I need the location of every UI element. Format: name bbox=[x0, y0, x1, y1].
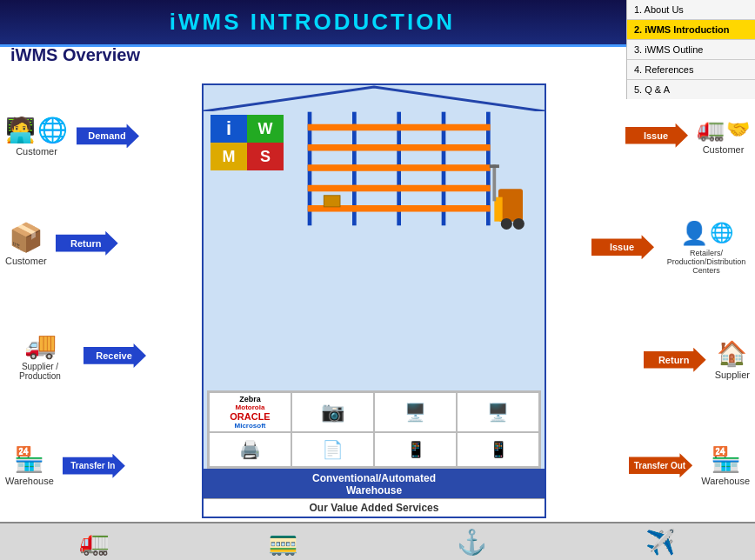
svg-rect-5 bbox=[308, 124, 357, 130]
nav-item-3[interactable]: 3. iWMS Outline bbox=[627, 40, 755, 60]
warehouse-label-right: Warehouse bbox=[701, 476, 750, 486]
svg-rect-7 bbox=[308, 164, 357, 170]
tech-cell-8: 📱 bbox=[458, 433, 538, 466]
left-row-receive: 🚚 Supplier / Production Receive bbox=[5, 330, 197, 381]
tech-cell-4: 🖥️ bbox=[458, 393, 538, 431]
svg-rect-10 bbox=[352, 124, 401, 130]
nav-item-5[interactable]: 5. Q & A bbox=[627, 80, 755, 99]
customer-label-1: Customer bbox=[16, 146, 57, 157]
customer-label-2: Customer bbox=[5, 256, 47, 266]
footer-icon-2: 🚃 bbox=[268, 528, 298, 557]
warehouse-label-center: Conventional/Automated Warehouse bbox=[204, 469, 545, 498]
transfer-out-arrow: Transfer Out bbox=[629, 453, 692, 477]
svg-rect-24 bbox=[442, 205, 491, 211]
footer-icon-4: ✈️ bbox=[645, 528, 676, 557]
svg-rect-18 bbox=[397, 185, 445, 191]
globe-icon-right: 🌐 bbox=[710, 222, 733, 244]
rack-visual bbox=[289, 115, 538, 237]
nav-item-2[interactable]: 2. iWMS Introduction bbox=[627, 20, 755, 40]
svg-rect-25 bbox=[324, 196, 340, 207]
nav-panel: 1. About Us 2. iWMS Introduction 3. iWMS… bbox=[626, 0, 755, 99]
svg-rect-17 bbox=[397, 164, 445, 170]
svg-rect-6 bbox=[308, 144, 357, 150]
tech-cell-1: Zebra Motorola ORACLE Microsoft bbox=[210, 393, 291, 431]
svg-rect-21 bbox=[442, 144, 491, 150]
nav-item-4[interactable]: 4. References bbox=[627, 60, 755, 80]
svg-rect-31 bbox=[490, 164, 499, 168]
main-layout: 🧑‍💻 🌐 Customer Demand 📦 Customer Return … bbox=[0, 80, 755, 522]
return-arrow-right: Return bbox=[644, 348, 706, 372]
box-icon-1: 📦 bbox=[9, 221, 43, 254]
truck-icon-right: 🚛 bbox=[697, 116, 725, 143]
house-icon-right: 🏠 bbox=[717, 339, 747, 368]
svg-rect-16 bbox=[397, 144, 445, 150]
issue-arrow-1: Issue bbox=[625, 123, 688, 148]
receive-arrow: Receive bbox=[84, 343, 146, 368]
right-row-issue2: Issue 👤 🌐 Retailers/ Production/Distribu… bbox=[551, 220, 750, 275]
right-row-transfer-out: Transfer Out 🏪 Warehouse bbox=[551, 445, 750, 486]
center-column: i W M S bbox=[202, 83, 546, 518]
footer-icon-3: ⚓ bbox=[457, 528, 487, 557]
svg-point-29 bbox=[513, 218, 524, 230]
svg-rect-22 bbox=[442, 164, 491, 170]
svg-rect-23 bbox=[442, 185, 491, 191]
warehouse-label-1: Warehouse bbox=[5, 476, 54, 486]
footer-icon-1: 🚛 bbox=[79, 528, 110, 557]
left-row-demand: 🧑‍💻 🌐 Customer Demand bbox=[5, 116, 197, 157]
retailers-label: Retailers/ Production/Distribution Cente… bbox=[663, 249, 750, 275]
supplier-label: Supplier / Production bbox=[5, 362, 75, 381]
footer: 🚛 🚃 ⚓ ✈️ bbox=[0, 522, 755, 560]
warehouse-type-label2: Warehouse bbox=[346, 484, 402, 497]
tech-cell-6: 📄 bbox=[292, 433, 373, 466]
svg-rect-19 bbox=[397, 205, 445, 211]
warehouse-icon-right: 🏪 bbox=[711, 445, 741, 474]
svg-rect-12 bbox=[352, 164, 401, 170]
demand-arrow: Demand bbox=[77, 123, 139, 148]
right-row-issue1: Issue 🚛 🤝 Customer bbox=[551, 116, 750, 155]
transfer-in-arrow: Transfer In bbox=[63, 454, 125, 478]
tech-cell-7: 📱 bbox=[375, 433, 456, 466]
person-icon-right: 👤 bbox=[680, 220, 708, 247]
warehouse-icon-1: 🏪 bbox=[14, 445, 44, 474]
page-title: iWMS Overview bbox=[10, 45, 140, 65]
truck-icon-1: 🚚 bbox=[24, 330, 57, 360]
left-column: 🧑‍💻 🌐 Customer Demand 📦 Customer Return … bbox=[0, 80, 202, 522]
tech-cell-3: 🖥️ bbox=[375, 393, 456, 431]
left-row-return: 📦 Customer Return bbox=[5, 221, 197, 266]
left-row-transfer-in: 🏪 Warehouse Transfer In bbox=[5, 445, 197, 486]
return-arrow: Return bbox=[56, 231, 118, 256]
rack-svg bbox=[289, 108, 538, 230]
svg-rect-30 bbox=[492, 164, 496, 201]
svg-rect-14 bbox=[352, 205, 401, 211]
center-top-area: i W M S bbox=[204, 111, 545, 390]
svg-rect-8 bbox=[308, 185, 357, 191]
issue-arrow-2: Issue bbox=[591, 235, 654, 259]
svg-rect-11 bbox=[352, 144, 401, 150]
header-title: iWMS INTRODUCTION bbox=[170, 9, 455, 35]
supplier-label-right: Supplier bbox=[715, 370, 750, 380]
right-column: Issue 🚛 🤝 Customer Issue 👤 🌐 Retailers bbox=[546, 80, 755, 522]
nav-item-1[interactable]: 1. About Us bbox=[627, 0, 755, 20]
customer-icon-1: 🧑‍💻 bbox=[5, 116, 36, 144]
svg-rect-13 bbox=[352, 185, 401, 191]
iwms-logo: i W M S bbox=[210, 115, 284, 170]
customer-label-right: Customer bbox=[703, 144, 745, 155]
globe-icon-1: 🌐 bbox=[37, 116, 68, 144]
right-row-return: Return 🏠 Supplier bbox=[551, 339, 750, 380]
tech-cell-2: 📷 bbox=[292, 393, 373, 431]
svg-point-28 bbox=[501, 218, 512, 230]
tech-grid: Zebra Motorola ORACLE Microsoft 📷 🖥️ 🖥️ … bbox=[207, 390, 541, 469]
svg-rect-15 bbox=[397, 124, 445, 130]
warehouse-type-label: Conventional/Automated bbox=[312, 472, 436, 484]
tech-cell-5: 🖨️ bbox=[210, 433, 291, 466]
svg-rect-20 bbox=[442, 124, 491, 130]
people-icon-right: 🤝 bbox=[726, 118, 750, 141]
value-services-label: Our Value Added Services bbox=[204, 498, 545, 517]
